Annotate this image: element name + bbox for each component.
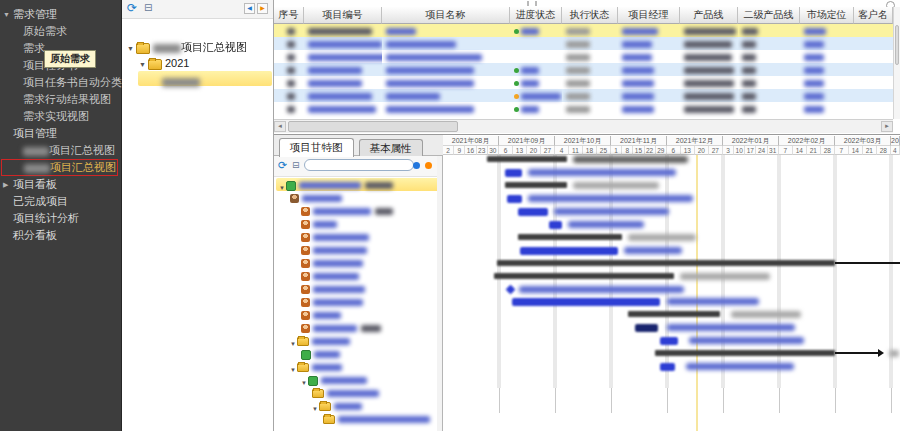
gantt-bar-label[interactable]	[889, 350, 899, 357]
redacted-text	[287, 28, 295, 35]
search-input[interactable]	[304, 159, 414, 171]
task-bar[interactable]	[660, 363, 675, 371]
gantt-bar-label[interactable]	[624, 247, 682, 254]
triangle-down-icon[interactable]: ▼	[3, 6, 10, 23]
arrowhead-icon	[878, 349, 884, 357]
table-horizontal-scrollbar[interactable]: ◄ ►	[274, 119, 893, 133]
task-bar[interactable]	[505, 169, 522, 177]
gantt-bar-label[interactable]	[628, 234, 696, 241]
summary-bar[interactable]	[655, 350, 835, 356]
tab-properties[interactable]: 基本属性	[359, 139, 423, 157]
sidebar-item[interactable]: 已完成项目	[0, 193, 121, 210]
gantt-bar-label[interactable]	[667, 324, 795, 331]
triangle-down-icon[interactable]: ▼	[301, 377, 308, 390]
tree-item-root[interactable]: ▼项目汇总视图	[122, 40, 273, 55]
collapse-all-icon[interactable]: ⊟	[144, 2, 152, 13]
triangle-down-icon[interactable]: ▼	[127, 41, 136, 56]
scrollbar-thumb[interactable]	[895, 25, 899, 65]
redacted-text	[742, 67, 756, 74]
redacted-text	[566, 41, 590, 48]
gantt-tree-item[interactable]	[274, 295, 442, 308]
task-bar[interactable]	[507, 195, 522, 203]
redacted-text	[287, 54, 295, 61]
triangle-down-icon[interactable]: ▼	[312, 403, 319, 416]
sidebar-item[interactable]: ▼需求管理	[0, 6, 121, 23]
folder-icon	[148, 59, 162, 70]
column-header[interactable]: 客户名称	[854, 7, 893, 24]
triangle-down-icon[interactable]: ▼	[290, 364, 297, 377]
gantt-bar-label[interactable]	[528, 169, 676, 176]
scroll-right-button[interactable]: ►	[881, 121, 893, 132]
gantt-bar-label[interactable]	[680, 273, 770, 280]
sidebar-item[interactable]: ▶项目看板	[0, 176, 121, 193]
summary-bar[interactable]	[494, 273, 674, 279]
redacted-text	[308, 28, 372, 35]
day-header: 16	[465, 146, 476, 155]
task-bar[interactable]	[512, 298, 660, 306]
arrow-right-button[interactable]: ▶	[257, 3, 268, 14]
sidebar-item[interactable]: 项目汇总视图	[1, 159, 118, 176]
collapse-all-icon[interactable]: ⊟	[292, 160, 300, 170]
summary-bar[interactable]	[518, 234, 622, 240]
gantt-bar-label[interactable]	[554, 208, 669, 215]
sidebar-item-label: 需求行动结果视图	[23, 93, 111, 105]
splitter-grip[interactable]	[527, 1, 537, 6]
day-header: 22	[645, 146, 656, 155]
refresh-icon[interactable]: ⟳	[278, 159, 287, 172]
triangle-right-icon[interactable]: ▶	[3, 176, 8, 193]
redacted-text	[684, 106, 734, 113]
table-cell	[382, 100, 510, 118]
sidebar-item[interactable]: 需求实现视图	[0, 108, 121, 125]
search-button[interactable]	[413, 162, 420, 169]
task-bar[interactable]	[518, 208, 548, 216]
redacted-text	[742, 54, 756, 61]
triangle-down-icon[interactable]: ▼	[279, 182, 286, 195]
selected-tree-item[interactable]	[138, 71, 272, 86]
sidebar-item[interactable]: 项目汇总视图	[0, 142, 121, 159]
refresh-icon[interactable]: ⟳	[127, 1, 137, 15]
gantt-bar-label[interactable]	[686, 363, 794, 370]
redacted-text	[622, 67, 654, 74]
task-bar[interactable]	[520, 247, 618, 255]
project-management-app: ▼需求管理原始需求需求项目任务书项目任务书自动分类需求行动结果视图需求实现视图项…	[0, 0, 900, 431]
gantt-bar-label[interactable]	[573, 182, 659, 189]
gantt-bar-label[interactable]	[667, 298, 759, 305]
sidebar-item[interactable]: 项目管理	[0, 125, 121, 142]
sidebar-item[interactable]: 需求行动结果视图	[0, 91, 121, 108]
tree-item-year[interactable]: ▼2021	[122, 56, 273, 71]
gantt-bar-label[interactable]	[568, 221, 644, 228]
gantt-bar-label[interactable]	[731, 311, 801, 318]
clear-button[interactable]	[425, 162, 432, 169]
summary-bar[interactable]	[505, 182, 567, 188]
gantt-bar-label[interactable]	[689, 337, 804, 344]
table-vertical-scrollbar[interactable]	[893, 7, 900, 119]
day-header: 8	[622, 146, 633, 155]
scroll-left-button[interactable]: ◄	[274, 121, 286, 132]
table-cell	[510, 22, 562, 40]
tab-gantt[interactable]: 项目甘特图	[279, 138, 354, 157]
redacted-text	[684, 80, 734, 87]
task-bar[interactable]	[635, 324, 658, 332]
milestone-marker[interactable]	[506, 285, 516, 295]
gantt-tree-scrollbar[interactable]	[437, 156, 442, 431]
triangle-down-icon[interactable]: ▼	[290, 338, 297, 351]
gantt-tree-item[interactable]	[274, 412, 442, 425]
sidebar-item[interactable]: 项目统计分析	[0, 210, 121, 227]
arrow-left-button[interactable]: ◀	[244, 3, 255, 14]
table-row[interactable]	[274, 102, 893, 115]
gantt-bar-label[interactable]	[528, 195, 693, 202]
task-bar[interactable]	[660, 337, 678, 345]
sidebar-item[interactable]: 原始需求	[0, 23, 121, 40]
summary-bar[interactable]	[628, 311, 720, 317]
sidebar-item[interactable]: 项目任务书自动分类	[0, 74, 121, 91]
sidebar-item[interactable]: 积分看板	[0, 227, 121, 244]
summary-bar[interactable]	[487, 156, 567, 162]
task-bar[interactable]	[549, 221, 562, 229]
triangle-down-icon[interactable]: ▼	[139, 57, 148, 72]
sidebar-item-label: 需求实现视图	[23, 110, 89, 122]
gantt-bar-label[interactable]	[519, 286, 684, 293]
scrollbar-thumb[interactable]	[288, 121, 458, 132]
gantt-bar-label[interactable]	[573, 156, 688, 163]
summary-bar[interactable]	[497, 260, 835, 266]
month-header: 20	[891, 136, 900, 146]
